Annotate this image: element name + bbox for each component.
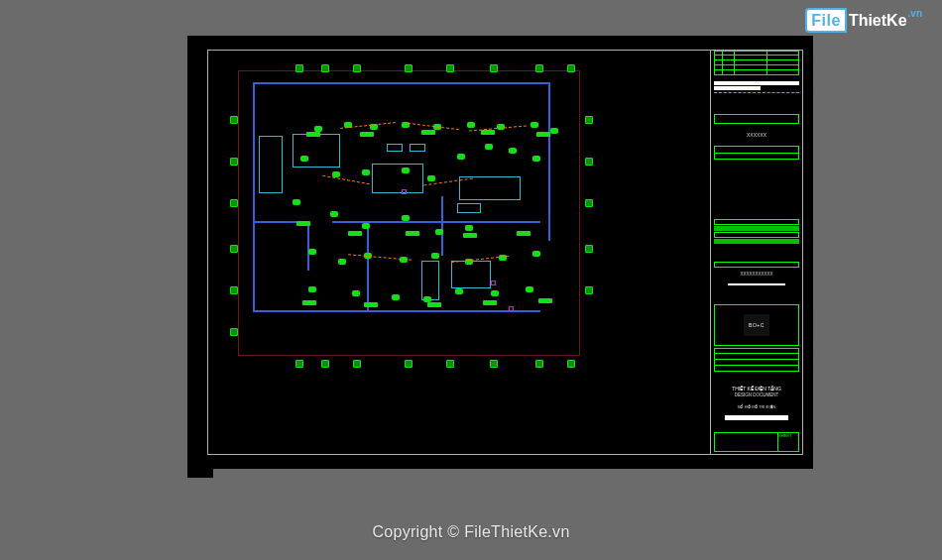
electrical-symbol-icon xyxy=(352,290,360,296)
white-bar xyxy=(725,415,788,420)
electrical-symbol-icon xyxy=(308,249,316,255)
tb-section xyxy=(714,219,799,225)
furniture-counter xyxy=(259,136,283,193)
grid-bubble-icon xyxy=(567,360,575,368)
grid-bubble-icon xyxy=(490,64,498,72)
electrical-tag-icon xyxy=(536,132,550,137)
drawing-title-2: DESIGN DOCUMENT xyxy=(714,392,799,397)
grid-bubble-icon xyxy=(535,64,543,72)
electrical-symbol-icon xyxy=(550,128,558,134)
electrical-symbol-icon xyxy=(362,169,370,175)
furniture-stairs xyxy=(421,261,439,300)
copyright-watermark: Copyright © FileThietKe.vn xyxy=(0,523,942,541)
grid-bubble-icon xyxy=(295,360,303,368)
electrical-tag-icon xyxy=(306,132,320,137)
electrical-tag-icon xyxy=(302,300,316,305)
electrical-symbol-icon xyxy=(485,144,493,150)
grid-bubble-icon xyxy=(295,64,303,72)
grid-bubble-icon xyxy=(353,64,361,72)
grid-bubble-icon xyxy=(585,199,593,207)
magenta-point-icon xyxy=(491,280,496,285)
drawing-sheet: XXXXXX XXXXXXXXXXX BO+C xyxy=(187,36,813,469)
grid-bubble-icon xyxy=(585,245,593,253)
electrical-tag-icon xyxy=(538,298,552,303)
grid-bubble-icon xyxy=(585,158,593,166)
floor-plan xyxy=(253,82,560,332)
tb-section xyxy=(714,366,799,372)
electrical-tag-icon xyxy=(348,231,362,236)
grid-bubble-icon xyxy=(567,64,575,72)
electrical-symbol-icon xyxy=(491,290,499,296)
grid-bubble-icon xyxy=(321,360,329,368)
client-label: XXXXXX xyxy=(714,132,799,138)
electrical-tag-icon xyxy=(360,132,374,137)
magenta-point-icon xyxy=(509,306,514,311)
furniture-side xyxy=(457,203,481,213)
furniture-chair xyxy=(410,144,425,152)
plan-viewport xyxy=(208,51,711,454)
magenta-point-icon xyxy=(402,189,407,194)
grid-bubble-icon xyxy=(585,286,593,294)
electrical-symbol-icon xyxy=(362,223,370,229)
electrical-symbol-icon xyxy=(532,251,540,257)
electrical-symbol-icon xyxy=(293,199,300,205)
electrical-symbol-icon xyxy=(435,229,443,235)
electrical-tag-icon xyxy=(481,130,495,135)
tb-section xyxy=(714,146,799,154)
electrical-tag-icon xyxy=(296,221,310,226)
wall xyxy=(548,82,550,241)
wall xyxy=(307,221,309,271)
electrical-symbol-icon xyxy=(530,122,538,128)
electrical-symbol-icon xyxy=(509,148,517,154)
sheet-number-panel: SHEET xyxy=(714,432,799,452)
firm-logo-panel: BO+C xyxy=(714,304,799,346)
grid-bubble-icon xyxy=(230,286,238,294)
electrical-symbol-icon xyxy=(300,156,308,162)
electrical-symbol-icon xyxy=(427,175,435,181)
drawing-title-1: THIẾT KẾ ĐIỆN TẦNG xyxy=(714,386,799,392)
electrical-symbol-icon xyxy=(455,288,463,294)
sheet-label: SHEET xyxy=(778,433,798,451)
grid-bubble-icon xyxy=(230,328,238,336)
electrical-symbol-icon xyxy=(465,225,473,231)
electrical-tag-icon xyxy=(421,130,435,135)
model-tab[interactable] xyxy=(187,468,213,478)
electrical-tag-icon xyxy=(364,302,378,307)
electrical-symbol-icon xyxy=(467,122,475,128)
electrical-symbol-icon xyxy=(330,211,338,217)
grid-bubble-icon xyxy=(230,245,238,253)
grid-bubble-icon xyxy=(321,64,329,72)
electrical-symbol-icon xyxy=(402,168,410,173)
conduit-line xyxy=(322,175,369,184)
grid-bubble-icon xyxy=(353,360,361,368)
wall xyxy=(367,221,369,312)
grid-bubble-icon xyxy=(490,360,498,368)
electrical-symbol-icon xyxy=(338,259,346,265)
grid-bubble-icon xyxy=(446,64,454,72)
wall xyxy=(441,196,443,256)
electrical-tag-icon xyxy=(406,231,419,236)
grid-bubble-icon xyxy=(446,360,454,368)
brand-logo-tail: ThietKe xyxy=(849,12,907,30)
grid-bubble-icon xyxy=(230,199,238,207)
title-block: XXXXXX XXXXXXXXXXX BO+C xyxy=(711,51,802,454)
project-label: XXXXXXXXXXX xyxy=(714,272,799,277)
wall xyxy=(253,82,255,310)
furniture-kitchen-island xyxy=(293,134,340,168)
scale-bar xyxy=(728,283,785,285)
sheet-border: XXXXXX XXXXXXXXXXX BO+C xyxy=(207,50,803,455)
green-bar xyxy=(714,239,799,244)
grid-bubble-icon xyxy=(405,360,412,368)
electrical-tag-icon xyxy=(483,300,497,305)
divider-line xyxy=(714,92,799,93)
revision-table xyxy=(714,51,799,75)
tb-section xyxy=(714,232,799,238)
brand-logo: File ThietKe .vn xyxy=(805,8,922,33)
electrical-tag-icon xyxy=(463,233,477,238)
green-bar xyxy=(714,226,799,231)
tb-section xyxy=(714,262,799,268)
brand-logo-box: File xyxy=(805,8,847,33)
drawing-subtitle: SƠ ĐỒ BỐ TRÍ ĐIỆN xyxy=(714,404,799,409)
furniture-sofa xyxy=(459,176,521,200)
brand-logo-vn: .vn xyxy=(908,8,922,19)
